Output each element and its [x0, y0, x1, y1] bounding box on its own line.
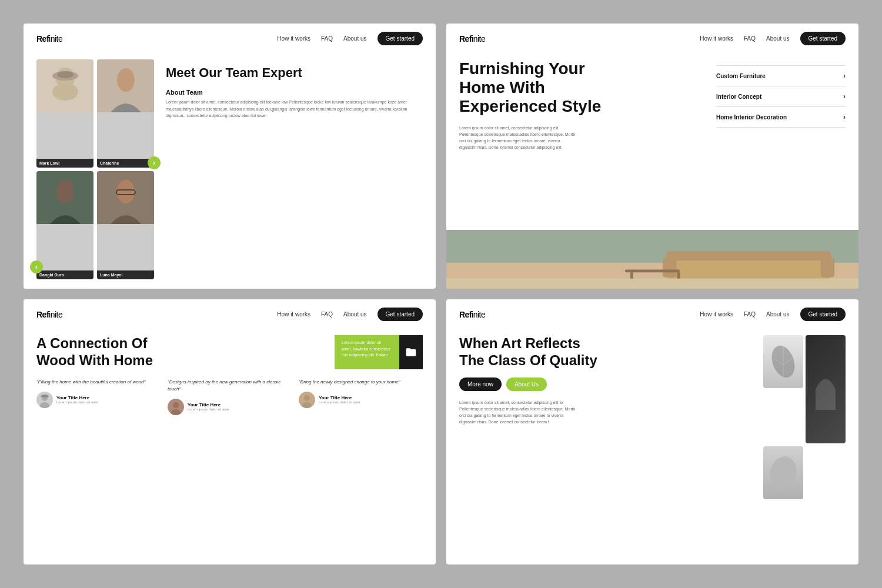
- room-illustration: [446, 230, 858, 289]
- testimonial-person-1: Your Title Here Lorem ipsum dolor sit am…: [36, 392, 161, 408]
- logo-1: Refinite: [36, 34, 62, 44]
- menu-home-interior[interactable]: Home Interior Decoration ›: [716, 107, 846, 128]
- feature-text: Lorem ipsum dolor sit amet, kawtaka cons…: [335, 335, 399, 369]
- avatar-3: [299, 392, 315, 408]
- person-info-2: Your Title Here Lorem ipsum dolor sit am…: [188, 402, 229, 411]
- nav-4: Refinite How it works FAQ About us Get s…: [446, 299, 858, 329]
- person-info-3: Your Title Here Lorem ipsum dolor sit am…: [319, 395, 360, 404]
- svg-point-2: [57, 71, 74, 78]
- svg-rect-14: [821, 258, 834, 278]
- slide4-buttons: More now About Us: [459, 377, 751, 391]
- menu-interior-concept[interactable]: Interior Concept ›: [716, 86, 846, 107]
- testimonial-3: "Bring the newly designed change to your…: [299, 379, 423, 415]
- team-grid: Mark Lowi Chaterine ›: [36, 59, 154, 279]
- nav-faq-2[interactable]: FAQ: [744, 35, 756, 42]
- slide3-content: A Connection Of Wood With Home Lorem ips…: [24, 329, 436, 564]
- svg-rect-13: [663, 258, 676, 278]
- wood-heading: A Connection Of Wood With Home: [36, 335, 325, 369]
- about-us-button[interactable]: About Us: [506, 377, 547, 391]
- person-desc-2: Lorem ipsum dolor sit ame: [188, 407, 229, 411]
- cta-button-1[interactable]: Get started: [377, 32, 423, 45]
- logo-3: Refinite: [36, 310, 62, 319]
- nav-how-it-works-1[interactable]: How it works: [277, 35, 310, 42]
- team-card-mark: Mark Lowi: [36, 59, 93, 168]
- nav-links-4: How it works FAQ About us Get started: [700, 308, 846, 321]
- person-name-2: Your Title Here: [188, 402, 229, 407]
- person-woman-glasses-icon: [99, 171, 153, 224]
- cta-button-3[interactable]: Get started: [377, 308, 423, 321]
- slides-grid: Refinite How it works FAQ About us Get s…: [0, 0, 882, 588]
- nav-links-2: How it works FAQ About us Get started: [700, 32, 846, 45]
- nav-links-3: How it works FAQ About us Get started: [277, 308, 423, 321]
- team-name-mark: Mark Lowi: [36, 159, 93, 168]
- furnishing-heading: Furnishing Your Home With Experienced St…: [459, 59, 702, 116]
- nav-about-1[interactable]: About us: [343, 35, 366, 42]
- person-woman-icon: [99, 59, 153, 112]
- nav-faq-4[interactable]: FAQ: [744, 311, 756, 318]
- team-name-luna: Luna Mayoi: [97, 270, 154, 279]
- testimonials: "Filling the home with the beautiful cre…: [36, 379, 423, 415]
- cta-button-2[interactable]: Get started: [800, 32, 846, 45]
- slide2-left: Furnishing Your Home With Experienced St…: [459, 59, 702, 230]
- art-block-3: [763, 446, 803, 499]
- feature-box: Lorem ipsum dolor sit amet, kawtaka cons…: [335, 335, 423, 369]
- slide4-content: When Art Reflects The Class Of Quality M…: [446, 329, 858, 564]
- slide2-content: Furnishing Your Home With Experienced St…: [446, 54, 858, 230]
- slide-wood: Refinite How it works FAQ About us Get s…: [24, 299, 436, 564]
- slide1-content: Mark Lowi Chaterine ›: [24, 54, 436, 289]
- art-gallery: [763, 335, 846, 555]
- person-info-1: Your Title Here Lorem ipsum dolor sit am…: [56, 395, 98, 404]
- about-label: About Team: [166, 89, 423, 96]
- nav-faq-1[interactable]: FAQ: [321, 35, 333, 42]
- art-heading: When Art Reflects The Class Of Quality: [459, 335, 751, 369]
- cta-button-4[interactable]: Get started: [800, 308, 846, 321]
- slide4-left: When Art Reflects The Class Of Quality M…: [459, 335, 751, 555]
- testimonial-quote-2: "Designs inspired by the new generation …: [168, 379, 292, 393]
- furnishing-desc: Lorem ipsum dolor sit amet, consectetur …: [459, 125, 577, 151]
- team-card-luna: Luna Mayoi: [97, 171, 154, 279]
- testimonial-quote-3: "Bring the newly designed change to your…: [299, 379, 423, 386]
- more-now-button[interactable]: More now: [459, 377, 502, 391]
- person-desc-3: Lorem ipsum dolor sit ame: [319, 400, 360, 404]
- testimonial-2: "Designs inspired by the new generation …: [168, 379, 292, 415]
- arch-icon: [811, 366, 840, 413]
- nav-faq-3[interactable]: FAQ: [321, 311, 333, 318]
- chevron-icon-3: ›: [843, 113, 846, 121]
- chevron-icon-2: ›: [843, 92, 846, 101]
- nav-how-it-works-3[interactable]: How it works: [277, 311, 310, 318]
- slide-furnishing: Refinite How it works FAQ About us Get s…: [446, 24, 858, 289]
- svg-point-6: [117, 180, 135, 203]
- marble-icon: [766, 455, 801, 490]
- svg-point-28: [304, 395, 310, 401]
- nav-links-1: How it works FAQ About us Get started: [277, 32, 423, 45]
- nav-about-2[interactable]: About us: [766, 35, 789, 42]
- svg-rect-15: [625, 270, 680, 273]
- svg-rect-34: [816, 389, 836, 410]
- svg-point-5: [56, 180, 74, 203]
- nav-about-3[interactable]: About us: [343, 311, 366, 318]
- nav-how-it-works-4[interactable]: How it works: [700, 311, 733, 318]
- menu-custom-furniture[interactable]: Custom Furniture ›: [716, 65, 846, 86]
- nav-about-4[interactable]: About us: [766, 311, 789, 318]
- arrow-prev-button[interactable]: ‹: [30, 260, 43, 273]
- nav-how-it-works-2[interactable]: How it works: [700, 35, 733, 42]
- person-name-3: Your Title Here: [319, 395, 360, 400]
- art-block-1: [763, 335, 803, 388]
- logo-2: Refinite: [459, 34, 485, 44]
- slide2-menu: Custom Furniture › Interior Concept › Ho…: [716, 59, 846, 230]
- testimonial-person-3: Your Title Here Lorem ipsum dolor sit am…: [299, 392, 423, 408]
- team-card-chaterine: Chaterine: [97, 59, 154, 168]
- arrow-next-button[interactable]: ›: [148, 156, 161, 169]
- leaf-icon: [766, 344, 801, 379]
- slide3-top: A Connection Of Wood With Home Lorem ips…: [36, 335, 423, 369]
- testimonial-quote-1: "Filling the home with the beautiful cre…: [36, 379, 161, 386]
- team-info: Meet Our Team Expert About Team Lorem ip…: [166, 59, 423, 279]
- svg-point-3: [52, 83, 78, 101]
- team-name-chaterine: Chaterine: [97, 159, 154, 168]
- team-name-dangki: Dangki Oura: [36, 270, 93, 279]
- avatar-1: [36, 392, 53, 408]
- person-hat-icon: [38, 59, 92, 112]
- nav-2: Refinite How it works FAQ About us Get s…: [446, 24, 858, 54]
- chevron-icon-1: ›: [843, 72, 846, 80]
- logo-4: Refinite: [459, 310, 485, 319]
